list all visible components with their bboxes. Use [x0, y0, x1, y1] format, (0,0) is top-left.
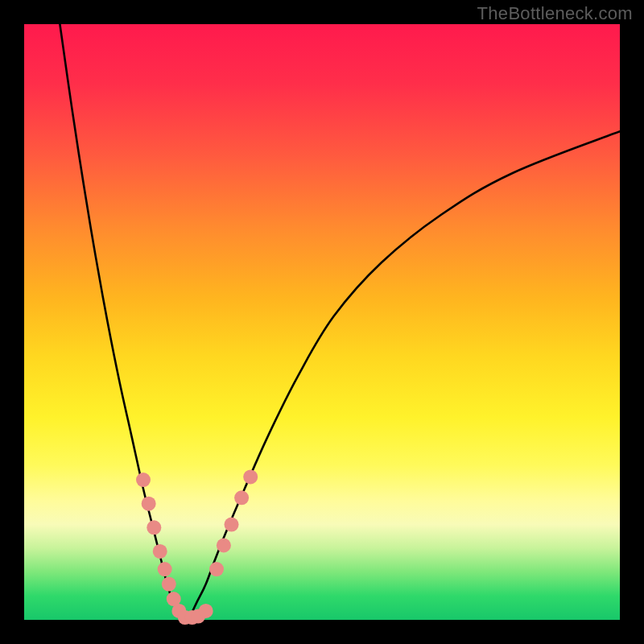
- curve-left-branch: [60, 24, 184, 620]
- marker-dot: [147, 520, 161, 535]
- bottleneck-curve: [60, 24, 620, 620]
- chart-frame: TheBottleneck.com: [0, 0, 644, 644]
- marker-dot: [225, 518, 239, 532]
- curve-right-branch: [185, 131, 620, 620]
- marker-dot: [209, 562, 224, 576]
- marker-dot: [158, 562, 172, 576]
- marker-dot: [136, 473, 151, 487]
- marker-dot: [142, 497, 156, 511]
- marker-dot: [153, 544, 167, 559]
- marker-dot: [234, 490, 249, 505]
- marker-dot: [217, 539, 231, 553]
- plot-area: [24, 24, 620, 620]
- watermark-text: TheBottleneck.com: [477, 3, 633, 24]
- marker-dot: [243, 469, 258, 484]
- curve-layer: [24, 24, 620, 620]
- marker-dot: [162, 577, 176, 592]
- marker-dot: [199, 604, 213, 618]
